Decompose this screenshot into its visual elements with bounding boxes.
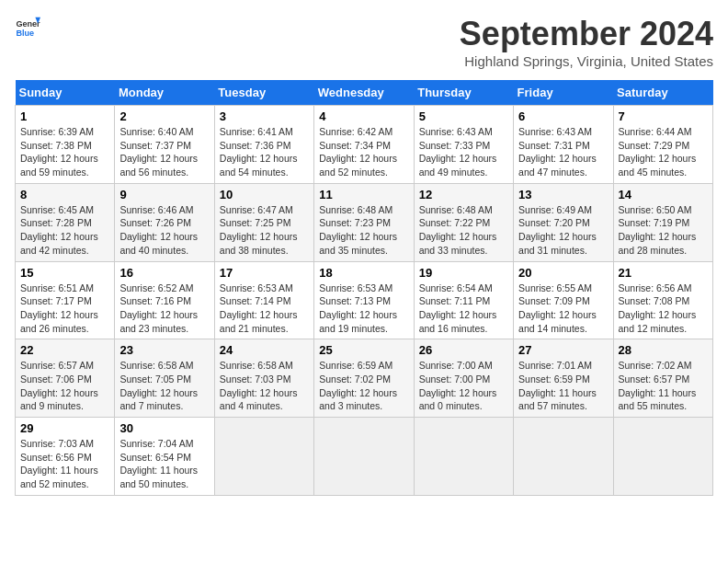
calendar-cell: 16Sunrise: 6:52 AM Sunset: 7:16 PM Dayli… <box>115 261 214 339</box>
day-info: Sunrise: 6:40 AM Sunset: 7:37 PM Dayligh… <box>119 125 209 179</box>
day-info: Sunrise: 6:57 AM Sunset: 7:06 PM Dayligh… <box>20 359 109 413</box>
calendar-cell: 3Sunrise: 6:41 AM Sunset: 7:36 PM Daylig… <box>214 106 313 184</box>
day-info: Sunrise: 6:48 AM Sunset: 7:23 PM Dayligh… <box>319 203 408 258</box>
location-title: Highland Springs, Virginia, United State… <box>460 53 713 69</box>
calendar-cell <box>314 418 414 496</box>
calendar-cell: 30Sunrise: 7:04 AM Sunset: 6:54 PM Dayli… <box>115 418 214 496</box>
calendar-week-3: 15Sunrise: 6:51 AM Sunset: 7:17 PM Dayli… <box>16 261 713 339</box>
calendar-cell: 14Sunrise: 6:50 AM Sunset: 7:19 PM Dayli… <box>613 183 712 261</box>
day-number: 19 <box>419 266 508 280</box>
day-number: 9 <box>119 188 209 201</box>
calendar-body: 1Sunrise: 6:39 AM Sunset: 7:38 PM Daylig… <box>16 106 713 496</box>
day-number: 11 <box>319 188 408 201</box>
calendar-cell: 29Sunrise: 7:03 AM Sunset: 6:56 PM Dayli… <box>16 418 115 496</box>
day-info: Sunrise: 7:01 AM Sunset: 6:59 PM Dayligh… <box>518 359 608 413</box>
day-number: 25 <box>319 343 408 357</box>
calendar-cell: 6Sunrise: 6:43 AM Sunset: 7:31 PM Daylig… <box>514 106 613 184</box>
day-info: Sunrise: 7:03 AM Sunset: 6:56 PM Dayligh… <box>20 437 109 491</box>
day-info: Sunrise: 6:58 AM Sunset: 7:03 PM Dayligh… <box>220 359 309 413</box>
day-info: Sunrise: 6:53 AM Sunset: 7:13 PM Dayligh… <box>319 282 408 336</box>
logo: General Blue <box>15 15 40 40</box>
day-number: 15 <box>20 266 109 280</box>
day-info: Sunrise: 6:48 AM Sunset: 7:22 PM Dayligh… <box>419 203 508 258</box>
calendar-cell: 2Sunrise: 6:40 AM Sunset: 7:37 PM Daylig… <box>115 106 214 184</box>
day-number: 21 <box>619 266 708 280</box>
calendar-cell: 9Sunrise: 6:46 AM Sunset: 7:26 PM Daylig… <box>115 183 214 261</box>
day-info: Sunrise: 6:43 AM Sunset: 7:33 PM Dayligh… <box>419 125 508 179</box>
day-number: 17 <box>220 266 309 280</box>
page-header: General Blue September 2024 Highland Spr… <box>15 15 713 69</box>
calendar-cell: 19Sunrise: 6:54 AM Sunset: 7:11 PM Dayli… <box>414 261 513 339</box>
calendar-cell: 8Sunrise: 6:45 AM Sunset: 7:28 PM Daylig… <box>16 183 115 261</box>
calendar-week-4: 22Sunrise: 6:57 AM Sunset: 7:06 PM Dayli… <box>16 339 713 418</box>
day-info: Sunrise: 6:55 AM Sunset: 7:09 PM Dayligh… <box>518 282 608 336</box>
day-number: 13 <box>518 188 608 201</box>
calendar-cell: 26Sunrise: 7:00 AM Sunset: 7:00 PM Dayli… <box>414 339 513 418</box>
calendar-cell: 28Sunrise: 7:02 AM Sunset: 6:57 PM Dayli… <box>613 339 712 418</box>
calendar-cell: 13Sunrise: 6:49 AM Sunset: 7:20 PM Dayli… <box>514 183 613 261</box>
col-header-monday: Monday <box>115 80 214 106</box>
day-number: 7 <box>619 109 708 123</box>
day-info: Sunrise: 6:47 AM Sunset: 7:25 PM Dayligh… <box>220 203 309 258</box>
calendar-cell: 5Sunrise: 6:43 AM Sunset: 7:33 PM Daylig… <box>414 106 513 184</box>
day-info: Sunrise: 6:59 AM Sunset: 7:02 PM Dayligh… <box>319 359 408 413</box>
day-number: 27 <box>518 343 608 357</box>
day-number: 8 <box>20 188 109 201</box>
calendar-header-row: SundayMondayTuesdayWednesdayThursdayFrid… <box>16 80 713 106</box>
day-info: Sunrise: 6:50 AM Sunset: 7:19 PM Dayligh… <box>619 203 708 258</box>
day-number: 2 <box>119 109 209 123</box>
day-info: Sunrise: 6:54 AM Sunset: 7:11 PM Dayligh… <box>419 282 508 336</box>
day-number: 24 <box>220 343 309 357</box>
day-number: 14 <box>619 188 708 201</box>
calendar-cell: 20Sunrise: 6:55 AM Sunset: 7:09 PM Dayli… <box>514 261 613 339</box>
day-info: Sunrise: 6:49 AM Sunset: 7:20 PM Dayligh… <box>518 203 608 258</box>
col-header-sunday: Sunday <box>16 80 115 106</box>
calendar-cell: 22Sunrise: 6:57 AM Sunset: 7:06 PM Dayli… <box>16 339 115 418</box>
calendar-cell: 15Sunrise: 6:51 AM Sunset: 7:17 PM Dayli… <box>16 261 115 339</box>
day-number: 16 <box>119 266 209 280</box>
calendar-cell <box>414 418 513 496</box>
calendar-cell: 18Sunrise: 6:53 AM Sunset: 7:13 PM Dayli… <box>314 261 414 339</box>
day-info: Sunrise: 7:00 AM Sunset: 7:00 PM Dayligh… <box>419 359 508 413</box>
calendar-cell: 11Sunrise: 6:48 AM Sunset: 7:23 PM Dayli… <box>314 183 414 261</box>
day-number: 28 <box>619 343 708 357</box>
day-info: Sunrise: 6:43 AM Sunset: 7:31 PM Dayligh… <box>518 125 608 179</box>
day-info: Sunrise: 7:04 AM Sunset: 6:54 PM Dayligh… <box>119 437 209 491</box>
col-header-tuesday: Tuesday <box>214 80 313 106</box>
calendar-cell: 17Sunrise: 6:53 AM Sunset: 7:14 PM Dayli… <box>214 261 313 339</box>
col-header-thursday: Thursday <box>414 80 513 106</box>
day-number: 29 <box>20 421 109 435</box>
day-info: Sunrise: 6:42 AM Sunset: 7:34 PM Dayligh… <box>319 125 408 179</box>
day-number: 3 <box>220 109 309 123</box>
day-info: Sunrise: 6:52 AM Sunset: 7:16 PM Dayligh… <box>119 282 209 336</box>
col-header-friday: Friday <box>514 80 613 106</box>
calendar-week-2: 8Sunrise: 6:45 AM Sunset: 7:28 PM Daylig… <box>16 183 713 261</box>
day-info: Sunrise: 6:44 AM Sunset: 7:29 PM Dayligh… <box>619 125 708 179</box>
day-number: 22 <box>20 343 109 357</box>
calendar-cell <box>613 418 712 496</box>
day-info: Sunrise: 6:41 AM Sunset: 7:36 PM Dayligh… <box>220 125 309 179</box>
day-number: 1 <box>20 109 109 123</box>
calendar-cell: 25Sunrise: 6:59 AM Sunset: 7:02 PM Dayli… <box>314 339 414 418</box>
day-number: 30 <box>119 421 209 435</box>
month-title: September 2024 <box>460 15 713 53</box>
col-header-wednesday: Wednesday <box>314 80 414 106</box>
calendar-cell: 24Sunrise: 6:58 AM Sunset: 7:03 PM Dayli… <box>214 339 313 418</box>
day-number: 6 <box>518 109 608 123</box>
calendar-cell: 27Sunrise: 7:01 AM Sunset: 6:59 PM Dayli… <box>514 339 613 418</box>
day-number: 10 <box>220 188 309 201</box>
title-block: September 2024 Highland Springs, Virgini… <box>460 15 713 69</box>
day-info: Sunrise: 7:02 AM Sunset: 6:57 PM Dayligh… <box>619 359 708 413</box>
calendar-cell: 7Sunrise: 6:44 AM Sunset: 7:29 PM Daylig… <box>613 106 712 184</box>
day-info: Sunrise: 6:39 AM Sunset: 7:38 PM Dayligh… <box>20 125 109 179</box>
calendar-cell: 23Sunrise: 6:58 AM Sunset: 7:05 PM Dayli… <box>115 339 214 418</box>
calendar-cell: 1Sunrise: 6:39 AM Sunset: 7:38 PM Daylig… <box>16 106 115 184</box>
day-info: Sunrise: 6:46 AM Sunset: 7:26 PM Dayligh… <box>119 203 209 258</box>
day-number: 5 <box>419 109 508 123</box>
day-number: 12 <box>419 188 508 201</box>
calendar-week-5: 29Sunrise: 7:03 AM Sunset: 6:56 PM Dayli… <box>16 418 713 496</box>
day-number: 26 <box>419 343 508 357</box>
day-info: Sunrise: 6:51 AM Sunset: 7:17 PM Dayligh… <box>20 282 109 336</box>
logo-icon: General Blue <box>15 15 40 40</box>
calendar-cell: 21Sunrise: 6:56 AM Sunset: 7:08 PM Dayli… <box>613 261 712 339</box>
